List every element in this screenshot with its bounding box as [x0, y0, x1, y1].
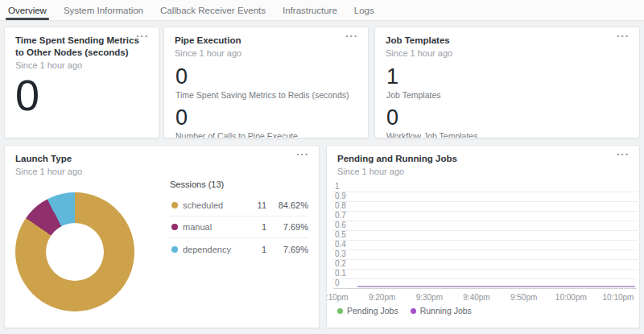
gridline [333, 230, 637, 231]
stat: 1 Job Templates [386, 64, 477, 100]
x-tick-label: 9:50pm [506, 293, 543, 302]
panel-menu-icon[interactable]: ··· [617, 149, 630, 159]
y-tick-label: 0.4 [335, 240, 346, 249]
x-tick-label: 10:00pm [552, 293, 589, 302]
stat-value: 0 [386, 105, 477, 130]
gridline [333, 192, 637, 192]
tab-logs[interactable]: Logs [353, 0, 375, 20]
series-percent: 84.62% [266, 200, 308, 210]
panel-title: Job Templates Since 1 hour ago [386, 35, 452, 59]
stat-value: 0 [175, 64, 349, 89]
y-tick-label: 0.9 [335, 192, 346, 201]
stat-value: 0 [175, 105, 349, 130]
y-tick-label: 0.1 [335, 269, 346, 278]
timeseries-plot[interactable]: 10.90.80.70.60.50.40.30.20.10 [333, 192, 637, 288]
stat-label: Job Templates [386, 90, 477, 100]
series-color-dot-icon [171, 202, 178, 208]
tab-callback-receiver-events[interactable]: Callback Receiver Events [159, 0, 266, 20]
dashboard-tabbar: Overview System Information Callback Rec… [0, 0, 644, 21]
panel-title: Time Spent Sending Metrics to Other Node… [15, 35, 140, 71]
stat-group: 1 Job Templates 0 Workflow Job Templates [386, 64, 477, 138]
panel-subtitle: Since 1 hour ago [15, 60, 140, 71]
panel-title-text: Pending and Running Jobs [337, 154, 457, 163]
series-percent: 7.69% [266, 245, 308, 254]
y-tick-label: 0.5 [335, 230, 346, 240]
series-color-dot-icon [171, 246, 178, 253]
panel-subtitle: Since 1 hour ago [337, 166, 457, 177]
running-jobs-line[interactable] [357, 286, 635, 287]
x-tick-label: 9:10pm [326, 293, 353, 302]
pie-legend-title: Sessions (13) [170, 179, 308, 189]
series-color-dot-icon [337, 308, 343, 314]
stat-label: Number of Calls to Pipe Execute [175, 131, 349, 138]
gridline [333, 221, 637, 221]
gridline [333, 249, 637, 250]
y-tick-label: 1 [335, 182, 340, 192]
series-name: dependency [183, 245, 244, 254]
panel-subtitle: Since 1 hour ago [386, 47, 452, 59]
y-tick-label: 0 [335, 278, 340, 288]
gridline [333, 278, 637, 279]
stat: 0 Number of Calls to Pipe Execute [175, 105, 349, 138]
series-percent: 7.69% [266, 222, 308, 232]
donut-hole [46, 223, 104, 281]
stat-value: 0 [15, 72, 39, 118]
panel-job-templates: Job Templates Since 1 hour ago ··· 1 Job… [374, 27, 640, 138]
y-tick-label: 0.3 [335, 249, 346, 259]
pie-legend-row[interactable]: scheduled1184.62% [170, 195, 308, 216]
series-count: 11 [244, 200, 266, 210]
y-tick-label: 0.6 [335, 221, 346, 230]
pie-legend-row[interactable]: manual17.69% [170, 216, 308, 238]
series-count: 1 [244, 222, 266, 232]
series-count: 1 [244, 245, 266, 254]
panel-launch-type: Launch Type Since 1 hour ago ··· Session… [4, 145, 320, 328]
series-name: scheduled [183, 200, 244, 210]
x-tick-label: 9:30pm [411, 293, 448, 302]
legend-item[interactable]: Pending Jobs [337, 306, 398, 315]
panel-sending-metrics: Time Spent Sending Metrics to Other Node… [4, 27, 159, 138]
tab-overview[interactable]: Overview [7, 0, 47, 20]
stat: 0 Time Spent Saving Metrics to Redis (se… [175, 64, 349, 100]
gridline [333, 259, 637, 260]
panel-subtitle: Since 1 hour ago [175, 47, 242, 59]
pie-legend: Sessions (13) scheduled1184.62%manual17.… [170, 179, 308, 260]
stat-label: Workflow Job Templates [386, 131, 477, 138]
series-color-dot-icon [411, 308, 416, 314]
tab-infrastructure[interactable]: Infrastructure [282, 0, 338, 20]
panel-title: Pipe Execution Since 1 hour ago [175, 35, 242, 59]
series-color-dot-icon [171, 224, 178, 230]
x-axis-labels: 9:10pm9:20pm9:30pm9:40pm9:50pm10:00pm10:… [333, 293, 637, 303]
panel-menu-icon[interactable]: ··· [136, 31, 149, 41]
stat: 0 Workflow Job Templates [386, 105, 477, 138]
donut-chart[interactable] [15, 192, 134, 311]
x-tick-label: 9:20pm [364, 293, 401, 302]
x-tick-label: 9:40pm [458, 293, 495, 302]
panel-menu-icon[interactable]: ··· [617, 31, 630, 41]
panel-menu-icon[interactable]: ··· [345, 31, 358, 41]
series-name: manual [183, 222, 244, 232]
tab-system-information[interactable]: System Information [63, 0, 144, 20]
panel-pipe-execution: Pipe Execution Since 1 hour ago ··· 0 Ti… [163, 27, 369, 138]
panel-title: Launch Type Since 1 hour ago [15, 153, 82, 177]
gridline [333, 288, 637, 289]
gridline [333, 240, 637, 241]
timeseries-legend: Pending JobsRunning Jobs [337, 306, 472, 315]
y-tick-label: 0.2 [335, 259, 346, 269]
series-name: Pending Jobs [347, 306, 398, 315]
y-tick-label: 0.7 [335, 211, 346, 221]
stat-label: Time Spent Saving Metrics to Redis (seco… [175, 90, 349, 100]
pie-legend-row[interactable]: dependency17.69% [170, 238, 308, 260]
gridline [333, 211, 637, 212]
gridline [333, 201, 637, 202]
y-tick-label: 0.8 [335, 201, 346, 211]
stat-value: 1 [386, 64, 477, 89]
legend-item[interactable]: Running Jobs [411, 306, 472, 315]
panel-title-text: Pipe Execution [175, 35, 241, 45]
panel-menu-icon[interactable]: ··· [296, 149, 309, 159]
gridline [333, 269, 637, 270]
panel-title-text: Time Spent Sending Metrics to Other Node… [15, 35, 139, 57]
panel-title-text: Job Templates [386, 35, 450, 45]
stat-group: 0 Time Spent Saving Metrics to Redis (se… [175, 64, 349, 138]
panel-pending-running-jobs: Pending and Running Jobs Since 1 hour ag… [326, 145, 640, 328]
x-tick-label: 10:10pm [600, 293, 637, 302]
